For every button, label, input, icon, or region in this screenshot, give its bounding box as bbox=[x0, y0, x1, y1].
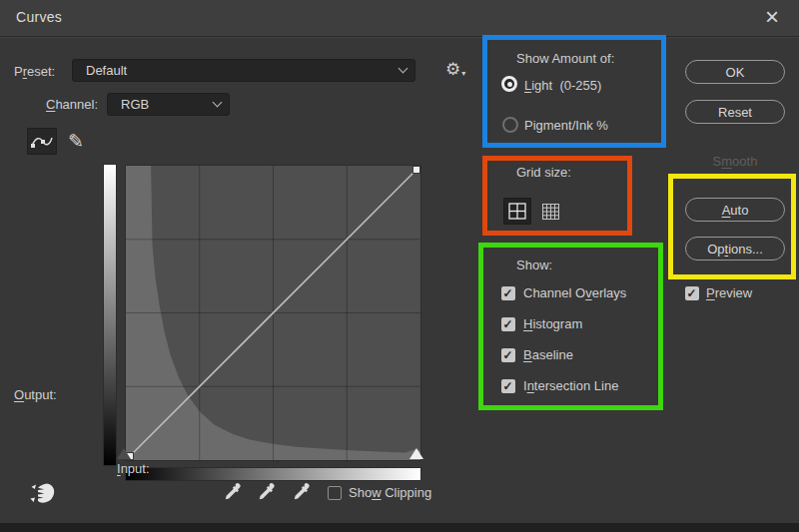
preset-options-menu-button[interactable]: ⚙ ▾ bbox=[445, 61, 465, 78]
point-curve-tool-button[interactable] bbox=[27, 128, 57, 155]
hand-drag-icon bbox=[26, 480, 58, 508]
smooth-button-disabled: Smooth bbox=[685, 154, 785, 169]
eyedropper-icon bbox=[291, 482, 312, 503]
black-point-eyedropper-button[interactable] bbox=[222, 482, 243, 506]
titlebar[interactable]: Curves × bbox=[0, 0, 799, 36]
pigment-ink-radio[interactable] bbox=[502, 117, 518, 133]
histogram-label: Histogram bbox=[523, 316, 582, 331]
curve-plot[interactable] bbox=[125, 165, 421, 461]
auto-button[interactable]: Auto bbox=[685, 198, 785, 222]
targeted-adjustment-tool-button[interactable] bbox=[26, 480, 58, 511]
gear-icon: ⚙ bbox=[445, 61, 460, 78]
eyedropper-icon bbox=[222, 482, 243, 503]
ok-button[interactable]: OK bbox=[685, 60, 785, 84]
options-button[interactable]: Options... bbox=[685, 237, 785, 261]
dialog-body: Preset: Default ⚙ ▾ Channel: RGB ✎ bbox=[0, 36, 799, 523]
white-point-slider[interactable] bbox=[409, 448, 423, 459]
show-clipping-checkbox[interactable] bbox=[328, 486, 342, 500]
intersection-line-checkbox[interactable] bbox=[501, 379, 515, 393]
grid-size-heading: Grid size: bbox=[516, 165, 571, 180]
preview-label: Preview bbox=[706, 285, 752, 300]
curves-dialog: Curves × Preset: Default ⚙ ▾ Channel: RG… bbox=[0, 0, 799, 532]
pencil-curve-tool-button[interactable]: ✎ bbox=[61, 128, 91, 155]
light-radio[interactable] bbox=[501, 76, 517, 92]
chevron-down-icon bbox=[399, 64, 408, 74]
caret-down-icon: ▾ bbox=[461, 70, 465, 78]
channel-dropdown[interactable]: RGB bbox=[107, 93, 230, 116]
channel-overlays-checkbox[interactable] bbox=[501, 286, 515, 300]
detailed-grid-icon bbox=[542, 204, 559, 220]
curve-points-icon bbox=[30, 134, 54, 150]
show-heading: Show: bbox=[516, 258, 552, 272]
detailed-grid-button[interactable] bbox=[538, 200, 562, 223]
pigment-ink-radio-label: Pigment/Ink % bbox=[524, 118, 608, 133]
show-amount-heading: Show Amount of: bbox=[516, 51, 614, 66]
dialog-title: Curves bbox=[16, 9, 62, 25]
eyedropper-icon bbox=[256, 482, 277, 503]
black-point-slider[interactable] bbox=[117, 448, 131, 459]
pencil-icon: ✎ bbox=[68, 130, 84, 153]
preview-checkbox[interactable] bbox=[685, 286, 699, 300]
channel-overlays-label: Channel Overlays bbox=[523, 285, 626, 300]
input-gradient-bar bbox=[125, 467, 421, 481]
preset-label: Preset: bbox=[14, 64, 55, 79]
baseline-checkbox[interactable] bbox=[501, 348, 515, 362]
close-icon[interactable]: × bbox=[757, 2, 787, 32]
histogram-checkbox[interactable] bbox=[501, 317, 515, 331]
simple-grid-button[interactable] bbox=[503, 198, 531, 225]
preset-value: Default bbox=[86, 63, 400, 78]
show-clipping-label: Show Clipping bbox=[349, 485, 431, 500]
white-point-eyedropper-button[interactable] bbox=[291, 482, 312, 506]
channel-label: Channel: bbox=[46, 97, 98, 112]
output-gradient-bar bbox=[103, 164, 117, 466]
chevron-down-icon bbox=[213, 98, 223, 108]
gray-point-eyedropper-button[interactable] bbox=[256, 482, 277, 506]
channel-value: RGB bbox=[121, 97, 214, 112]
reset-button[interactable]: Reset bbox=[685, 100, 785, 124]
baseline-label: Baseline bbox=[523, 347, 573, 362]
simple-grid-icon bbox=[508, 203, 526, 220]
input-label: Input: bbox=[117, 461, 150, 476]
output-label: Output: bbox=[14, 387, 57, 402]
intersection-line-label: Intersection Line bbox=[523, 378, 618, 393]
preset-dropdown[interactable]: Default bbox=[72, 59, 415, 82]
curve-point-highlights[interactable] bbox=[413, 167, 420, 174]
light-radio-label: Light (0-255) bbox=[524, 78, 601, 93]
